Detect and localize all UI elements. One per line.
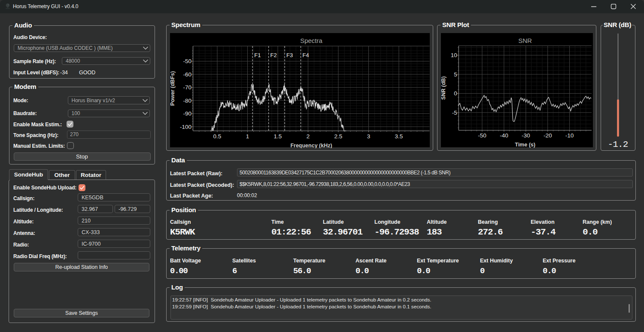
svg-text:Spectra: Spectra: [300, 37, 322, 44]
svg-text:-70: -70: [183, 84, 191, 91]
svg-text:SNR: SNR: [518, 37, 532, 44]
svg-text:3: 3: [367, 133, 371, 140]
svg-text:-80: -80: [183, 97, 191, 104]
svg-text:Frequency (kHz): Frequency (kHz): [290, 143, 332, 148]
svg-text:0.5: 0.5: [213, 133, 222, 140]
svg-text:-10: -10: [565, 132, 574, 139]
svg-text:0: 0: [454, 90, 457, 97]
svg-text:5: 5: [454, 71, 457, 78]
svg-text:1: 1: [246, 133, 249, 140]
svg-text:-60: -60: [183, 71, 191, 78]
svg-text:-50: -50: [478, 132, 486, 139]
svg-text:2.5: 2.5: [334, 133, 343, 140]
svg-text:1.5: 1.5: [274, 133, 282, 140]
svg-text:-90: -90: [183, 110, 191, 117]
svg-text:F1: F1: [254, 52, 261, 58]
svg-text:Power (dBFs): Power (dBFs): [170, 71, 176, 106]
svg-text:3.5: 3.5: [395, 133, 403, 140]
svg-text:-30: -30: [522, 132, 530, 139]
svg-text:SNR (dB): SNR (dB): [441, 76, 447, 100]
svg-text:-5: -5: [452, 110, 457, 116]
svg-text:2: 2: [307, 133, 310, 140]
svg-text:-20: -20: [544, 132, 552, 139]
svg-text:F3: F3: [286, 52, 293, 58]
svg-text:-50: -50: [183, 58, 191, 64]
svg-text:F2: F2: [270, 52, 277, 58]
svg-text:F4: F4: [303, 52, 309, 58]
svg-text:-100: -100: [180, 124, 191, 130]
svg-text:Time (s): Time (s): [515, 142, 535, 148]
svg-text:-40: -40: [500, 132, 508, 139]
svg-text:10: 10: [451, 52, 457, 58]
